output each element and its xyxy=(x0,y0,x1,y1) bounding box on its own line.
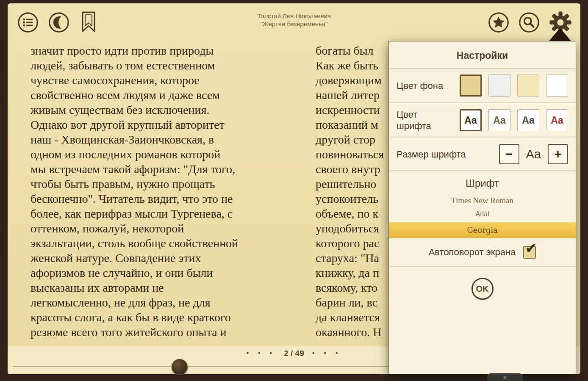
favorites-button[interactable] xyxy=(488,11,510,33)
font-size-decrease-button[interactable]: − xyxy=(499,144,519,164)
autorotate-checkbox[interactable]: ✔ xyxy=(523,246,536,259)
font-family-section: Шрифт Times New Roman Arial Georgia xyxy=(389,171,576,238)
pager-dots-right: • • • xyxy=(312,349,341,356)
font-color-row: Цвет шрифта Aa Aa Aa Aa xyxy=(389,103,576,138)
minus-icon: − xyxy=(505,148,513,160)
page-slider-handle[interactable] xyxy=(172,359,188,375)
ok-button[interactable]: OK xyxy=(472,278,494,300)
settings-panel-pointer xyxy=(549,28,571,41)
background-color-row: Цвет фона xyxy=(389,69,576,103)
font-color-swatch-brown[interactable]: Aa xyxy=(488,109,510,131)
font-color-swatch-gray[interactable]: Aa xyxy=(517,109,539,131)
background-color-label: Цвет фона xyxy=(397,80,452,91)
page-number: 2 / 49 xyxy=(284,349,304,358)
autorotate-row: Автоповорот экрана ✔ xyxy=(389,238,576,267)
ok-row: OK xyxy=(389,267,576,311)
toc-button[interactable] xyxy=(17,11,39,33)
text-column-left: значит просто идти против природы людей,… xyxy=(31,43,302,340)
settings-panel: Настройки Цвет фона Цвет шрифта Aa Aa Aa… xyxy=(388,41,576,374)
clipped-corner-button[interactable]: ✕ xyxy=(487,373,523,381)
font-color-label: Цвет шрифта xyxy=(397,109,452,132)
moon-icon xyxy=(48,11,70,33)
plus-icon: + xyxy=(554,148,562,160)
bg-swatch-cream[interactable] xyxy=(517,75,539,97)
bookmark-button[interactable] xyxy=(80,10,97,34)
check-icon: ✔ xyxy=(525,241,537,255)
font-color-swatch-red[interactable]: Aa xyxy=(546,109,568,131)
font-size-label: Размер шрифта xyxy=(397,149,481,160)
search-icon xyxy=(518,11,540,33)
autorotate-label: Автоповорот экрана xyxy=(429,247,516,258)
font-size-increase-button[interactable]: + xyxy=(548,144,568,164)
bg-swatch-gray[interactable] xyxy=(488,75,510,97)
close-icon: ✕ xyxy=(502,374,508,381)
settings-title: Настройки xyxy=(389,41,576,69)
star-icon xyxy=(488,11,510,33)
night-mode-button[interactable] xyxy=(48,11,70,33)
font-option-times-new-roman[interactable]: Times New Roman xyxy=(389,193,576,208)
list-icon xyxy=(17,11,39,33)
font-option-arial[interactable]: Arial xyxy=(389,208,576,221)
font-color-swatch-dark[interactable]: Aa xyxy=(460,109,482,131)
pager-dots-left: • • • xyxy=(247,349,276,356)
font-section-title: Шрифт xyxy=(389,175,576,193)
bookmark-icon xyxy=(80,10,97,34)
font-option-georgia-selected[interactable]: Georgia xyxy=(389,222,576,238)
font-size-sample: Aa xyxy=(526,147,541,161)
search-button[interactable] xyxy=(518,11,540,33)
bg-swatch-white[interactable] xyxy=(546,75,568,97)
bg-swatch-tan[interactable] xyxy=(460,75,482,97)
font-size-row: Размер шрифта − Aa + xyxy=(389,138,576,171)
